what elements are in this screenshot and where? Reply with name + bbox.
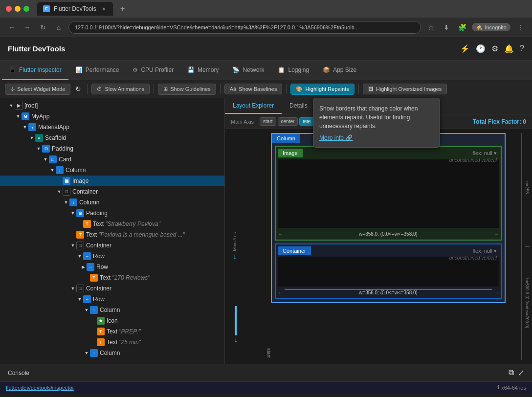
- tab-app-size[interactable]: 📦 App Size: [316, 61, 363, 80]
- browser-tab[interactable]: F Flutter DevTools ✕: [37, 2, 113, 16]
- tree-row-scaffold[interactable]: ▼ ≡ Scaffold: [0, 132, 224, 143]
- toggle-materialapp[interactable]: ▼: [22, 124, 28, 131]
- column4-icon: ↕: [90, 349, 98, 357]
- toggle-container3[interactable]: ▼: [69, 285, 76, 292]
- toggle-row2[interactable]: ▶: [80, 264, 87, 270]
- tree-row-text5[interactable]: ▼ T Text "25 min": [0, 337, 224, 348]
- tab-cpu-profiler[interactable]: ⚙ CPU Profiler: [126, 61, 180, 80]
- tree-row-column2[interactable]: ▼ ↕ Column: [0, 197, 224, 208]
- tree-row-card[interactable]: ▼ □ Card: [0, 154, 224, 165]
- close-window-button[interactable]: [6, 6, 12, 12]
- help-icon[interactable]: ?: [520, 44, 524, 53]
- toggle-column1[interactable]: ▼: [49, 167, 56, 174]
- console-copy-button[interactable]: ⧉: [509, 368, 514, 377]
- tree-row-column3[interactable]: ▼ ↕ Column: [0, 305, 224, 315]
- toggle-padding2[interactable]: ▼: [69, 210, 76, 217]
- lightning-icon[interactable]: ⚡: [460, 44, 470, 53]
- toggle-column3[interactable]: ▼: [83, 307, 90, 313]
- tree-row-container1[interactable]: ▼ □ Container: [0, 186, 224, 197]
- tree-row-materialapp[interactable]: ▼ ● MaterialApp: [0, 122, 224, 132]
- toggle-column2[interactable]: ▼: [63, 199, 69, 206]
- materialapp-label: MaterialApp: [38, 124, 69, 131]
- status-platform: x64-64 ios: [501, 385, 526, 391]
- show-guidelines-button[interactable]: ⊞ Show Guidelines: [158, 84, 216, 95]
- tree-row-text3[interactable]: ▼ T Text "170 Reviews": [0, 272, 224, 283]
- highlight-repaints-button[interactable]: 🎨 Highlight Repaints: [290, 84, 354, 95]
- tree-row-column4[interactable]: ▼ ↕ Column: [0, 348, 224, 358]
- bookmark-button[interactable]: ☆: [425, 22, 437, 33]
- text2-label: Text "Pavlova is a meringue-based ...": [86, 231, 185, 238]
- tree-row-root[interactable]: ▼ ▶ [root]: [0, 100, 224, 111]
- image-width-label: w=358.0; (0.0<=w<=358.0): [357, 231, 420, 237]
- tab-layout-explorer[interactable]: Layout Explorer: [225, 98, 282, 114]
- extensions-button[interactable]: 🧩: [456, 22, 468, 33]
- tab-performance[interactable]: 📊 Performance: [68, 61, 126, 80]
- tab-title: Flutter DevTools: [54, 5, 96, 12]
- tab-details[interactable]: Details: [282, 98, 315, 114]
- tab-memory[interactable]: 💾 Memory: [180, 61, 225, 80]
- toggle-container1[interactable]: ▼: [56, 188, 63, 195]
- forward-button[interactable]: →: [22, 22, 33, 33]
- select-widget-button[interactable]: ⊹ Select Widget Mode: [5, 84, 70, 95]
- tree-row-row2[interactable]: ▶ ↔ Row: [0, 262, 224, 272]
- tab-close-button[interactable]: ✕: [100, 5, 107, 12]
- tree-row-container2[interactable]: ▼ □ Container: [0, 240, 224, 251]
- history-icon[interactable]: 🕐: [476, 44, 486, 53]
- toggle-root[interactable]: ▼: [8, 102, 15, 109]
- oversized-icon: 🖼: [368, 86, 374, 92]
- devtools-tab-bar: 📱 Flutter Inspector 📊 Performance ⚙ CPU …: [0, 61, 532, 80]
- image-width-dimension: ← w=358.0; (0.0<=w<=358.0) →: [278, 230, 499, 238]
- back-button[interactable]: ←: [6, 22, 18, 33]
- maximize-window-button[interactable]: [23, 6, 29, 12]
- menu-button[interactable]: ⋮: [514, 22, 526, 33]
- inspector-tab-label: Flutter Inspector: [19, 66, 62, 73]
- tree-row-text4[interactable]: ▼ T Text "PREP:": [0, 326, 224, 337]
- tree-row-padding[interactable]: ▼ ⊡ Padding: [0, 143, 224, 154]
- refresh-tree-button[interactable]: ↻: [73, 83, 83, 95]
- toggle-scaffold[interactable]: ▼: [28, 134, 35, 141]
- tree-row-row1[interactable]: ▼ ↔ Row: [0, 251, 224, 262]
- show-baselines-button[interactable]: Aā Show Baselines: [224, 84, 283, 94]
- home-button[interactable]: ⌂: [53, 22, 65, 33]
- tooltip-more-info-link[interactable]: More info 🔗: [319, 134, 434, 141]
- new-tab-button[interactable]: +: [117, 3, 129, 15]
- tree-row-text2[interactable]: ▼ T Text "Pavlova is a meringue-based ..…: [0, 229, 224, 240]
- slow-animations-button[interactable]: ⏱ Slow Animations: [91, 84, 150, 94]
- tree-row-padding2[interactable]: ▼ ⊡ Padding: [0, 208, 224, 219]
- tree-row-text1[interactable]: ▼ T Text "Strawberry Pavlova": [0, 219, 224, 229]
- downloads-button[interactable]: ⬇: [441, 22, 452, 33]
- main-axis-start-btn[interactable]: start: [260, 117, 276, 126]
- tab-network[interactable]: 📡 Network: [225, 61, 271, 80]
- toggle-container2[interactable]: ▼: [69, 242, 76, 249]
- toggle-column4[interactable]: ▼: [83, 350, 90, 356]
- toggle-myapp[interactable]: ▼: [15, 113, 22, 120]
- inspector-toolbar: ⊹ Select Widget Mode ↻ ⏱ Slow Animations…: [0, 80, 532, 98]
- main-axis-active-btn[interactable]: ⊞⊞: [299, 117, 314, 126]
- container1-icon: □: [63, 188, 70, 196]
- root-label: [root]: [24, 102, 38, 109]
- refresh-button[interactable]: ↻: [37, 22, 49, 33]
- toggle-padding[interactable]: ▼: [35, 145, 42, 152]
- settings-icon[interactable]: ⚙: [491, 44, 498, 53]
- toggle-row3[interactable]: ▼: [76, 296, 83, 303]
- main-axis-center-btn[interactable]: center: [278, 117, 298, 126]
- toggle-card[interactable]: ▼: [42, 156, 49, 163]
- tree-row-myapp[interactable]: ▼ M MyApp: [0, 111, 224, 122]
- feedback-icon[interactable]: 🔔: [504, 44, 514, 53]
- toggle-row1[interactable]: ▼: [76, 253, 83, 260]
- status-url[interactable]: flutter.dev/devtools/inspector: [6, 385, 74, 391]
- tab-logging[interactable]: 📋 Logging: [271, 61, 316, 80]
- tree-row-icon1[interactable]: ▼ ★ Icon: [0, 315, 224, 326]
- address-bar[interactable]: 127.0.0.1:9100/#/?hide=debugger&ide=VSCo…: [68, 21, 421, 34]
- cpu-tab-icon: ⚙: [133, 66, 138, 73]
- tab-flutter-inspector[interactable]: 📱 Flutter Inspector: [2, 61, 68, 80]
- tree-row-row3[interactable]: ▼ ↔ Row: [0, 294, 224, 305]
- minimize-window-button[interactable]: [15, 6, 21, 12]
- highlight-oversized-button[interactable]: 🖼 Highlight Oversized Images: [363, 84, 447, 94]
- tree-row-column1[interactable]: ▼ ↕ Column: [0, 165, 224, 176]
- tree-row-container3[interactable]: ▼ □ Container: [0, 283, 224, 294]
- column1-icon: ↕: [56, 166, 64, 174]
- console-expand-button[interactable]: ⤢: [518, 368, 524, 377]
- tree-row-image[interactable]: ▼ ▣ Image: [0, 176, 224, 186]
- browser-titlebar: F Flutter DevTools ✕ +: [0, 0, 532, 18]
